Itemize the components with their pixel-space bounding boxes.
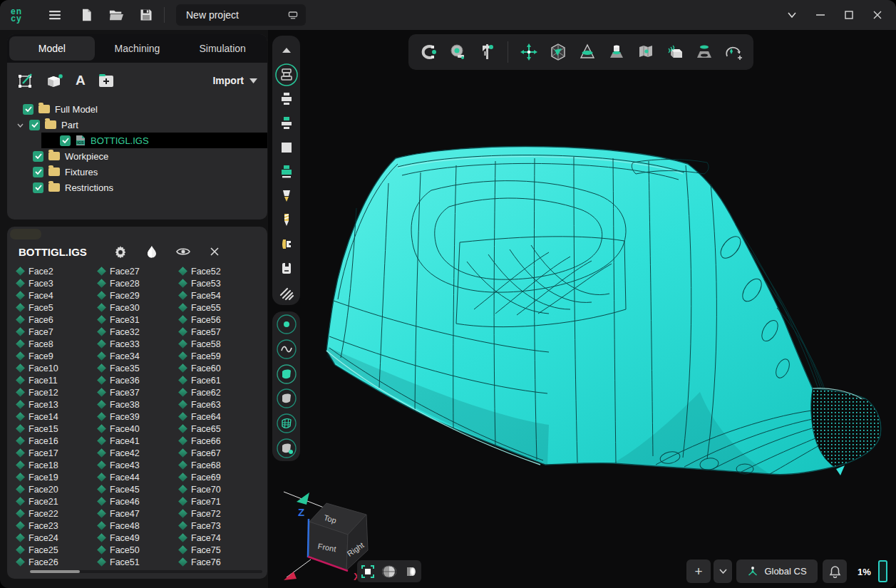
close-icon[interactable] (207, 244, 222, 259)
surface-offset-icon[interactable] (664, 40, 686, 64)
face-item[interactable]: Face7 (17, 326, 98, 338)
face-item[interactable]: Face9 (17, 350, 98, 362)
import-button[interactable]: Import (212, 75, 257, 86)
face-item[interactable]: Face37 (98, 386, 180, 398)
face-item[interactable]: Face72 (180, 507, 261, 520)
face-item[interactable]: Face14 (17, 411, 98, 423)
part-icon[interactable] (274, 87, 299, 111)
move-icon[interactable] (517, 40, 540, 64)
face-item[interactable]: Face69 (180, 471, 261, 483)
tool-head-icon[interactable] (274, 232, 299, 257)
window-close-button[interactable] (863, 3, 892, 27)
face-item[interactable]: Face27 (98, 265, 180, 277)
face-item[interactable]: Face32 (98, 326, 180, 338)
project-silhouette-icon[interactable] (693, 40, 716, 64)
face-item[interactable]: Face33 (98, 338, 180, 350)
face-item[interactable]: Face17 (17, 447, 98, 459)
shading-cylinder-icon[interactable] (403, 564, 418, 579)
fit-view-icon[interactable] (360, 564, 376, 579)
extrude-icon[interactable] (605, 40, 628, 64)
tree-item-workpiece[interactable]: Workpiece (7, 148, 267, 164)
face-filter-icon[interactable] (274, 362, 299, 386)
tree-item-fixtures[interactable]: Fixtures (7, 164, 267, 180)
measure-tape-icon[interactable] (446, 40, 469, 64)
cone-section-icon[interactable] (576, 40, 599, 64)
face-item[interactable]: Face76 (180, 556, 261, 568)
tree-item-part[interactable]: Part (7, 117, 267, 133)
face-item[interactable]: Face46 (98, 495, 180, 507)
add-cs-button[interactable]: + (686, 559, 711, 583)
tool-icon[interactable] (274, 184, 299, 208)
face-item[interactable]: Face55 (180, 301, 261, 314)
main-menu-button[interactable] (43, 3, 67, 27)
machine-icon[interactable] (274, 63, 299, 87)
face-item[interactable]: Face67 (180, 447, 261, 459)
tree-item-restrictions[interactable]: Restrictions (7, 180, 267, 195)
restriction-hatch-icon[interactable] (274, 281, 299, 305)
face-item[interactable]: Face58 (180, 338, 261, 350)
face-item[interactable]: Face34 (98, 350, 180, 362)
new-project-button[interactable] (74, 3, 98, 27)
face-item[interactable]: Face43 (98, 459, 180, 471)
ency-logo-icon[interactable]: en cy (6, 4, 27, 26)
checkbox-checked-icon[interactable] (33, 182, 43, 193)
face-item[interactable]: Face10 (17, 362, 98, 374)
cs-dropdown-button[interactable] (714, 559, 732, 583)
face-item[interactable]: Face65 (180, 423, 261, 435)
scroll-up-icon[interactable] (274, 38, 299, 63)
face-item[interactable]: Face8 (17, 338, 98, 350)
tab-machining[interactable]: Machining (95, 36, 180, 61)
panel-drag-handle[interactable] (10, 229, 41, 239)
rename-icon[interactable] (287, 9, 299, 21)
window-maximize-button[interactable] (835, 3, 863, 27)
expander-chevron-icon[interactable] (17, 121, 24, 129)
material-drop-icon[interactable] (144, 244, 160, 259)
face-item[interactable]: Face19 (17, 471, 98, 483)
curve-filter-icon[interactable] (274, 337, 299, 361)
surface-filter-icon[interactable] (274, 386, 299, 411)
tree-item-bottigl-selected[interactable]: IGS BOTTIGL.IGS (41, 133, 267, 148)
face-item[interactable]: Face74 (180, 532, 261, 544)
face-item[interactable]: Face22 (17, 507, 98, 520)
face-item[interactable]: Face28 (98, 277, 180, 289)
controller-icon[interactable] (274, 257, 299, 281)
checkbox-checked-icon[interactable] (23, 104, 34, 115)
region-filter-icon[interactable] (274, 436, 299, 460)
face-item[interactable]: Face36 (98, 374, 180, 386)
text-icon[interactable]: A (76, 73, 86, 88)
face-item[interactable]: Face57 (180, 326, 261, 338)
unfold-map-icon[interactable] (634, 40, 657, 64)
point-filter-icon[interactable] (274, 312, 299, 336)
tab-model[interactable]: Model (9, 36, 95, 61)
face-item[interactable]: Face62 (180, 386, 261, 398)
face-item[interactable]: Face11 (17, 374, 98, 386)
checkbox-checked-icon[interactable] (29, 120, 40, 130)
checkbox-checked-icon[interactable] (60, 135, 71, 146)
face-item[interactable]: Face45 (98, 483, 180, 495)
face-item[interactable]: Face59 (180, 350, 261, 362)
face-item[interactable]: Face40 (98, 423, 180, 435)
face-item[interactable]: Face50 (98, 544, 180, 556)
face-item[interactable]: Face68 (180, 459, 261, 471)
face-item[interactable]: Face26 (17, 556, 98, 568)
face-item[interactable]: Face39 (98, 411, 180, 423)
project-name-field[interactable]: New project (176, 4, 306, 26)
notifications-button[interactable] (823, 559, 847, 583)
gear-icon[interactable] (113, 244, 128, 259)
face-item[interactable]: Face3 (17, 277, 98, 289)
snap-magnet-icon[interactable] (417, 40, 440, 64)
face-item[interactable]: Face61 (180, 374, 261, 386)
face-item[interactable]: Face4 (17, 289, 98, 301)
workpiece-icon[interactable] (274, 111, 299, 135)
face-item[interactable]: Face52 (180, 265, 261, 277)
face-item[interactable]: Face35 (98, 362, 180, 374)
face-item[interactable]: Face15 (17, 423, 98, 435)
shading-sphere-icon[interactable] (381, 564, 397, 579)
open-project-button[interactable] (104, 3, 128, 27)
face-item[interactable]: Face5 (17, 301, 98, 314)
face-item[interactable]: Face6 (17, 314, 98, 326)
face-item[interactable]: Face29 (98, 289, 180, 301)
face-item[interactable]: Face53 (180, 277, 261, 289)
tree-item-full-model[interactable]: Full Model (7, 101, 267, 117)
polyhedron-icon[interactable] (547, 40, 570, 64)
